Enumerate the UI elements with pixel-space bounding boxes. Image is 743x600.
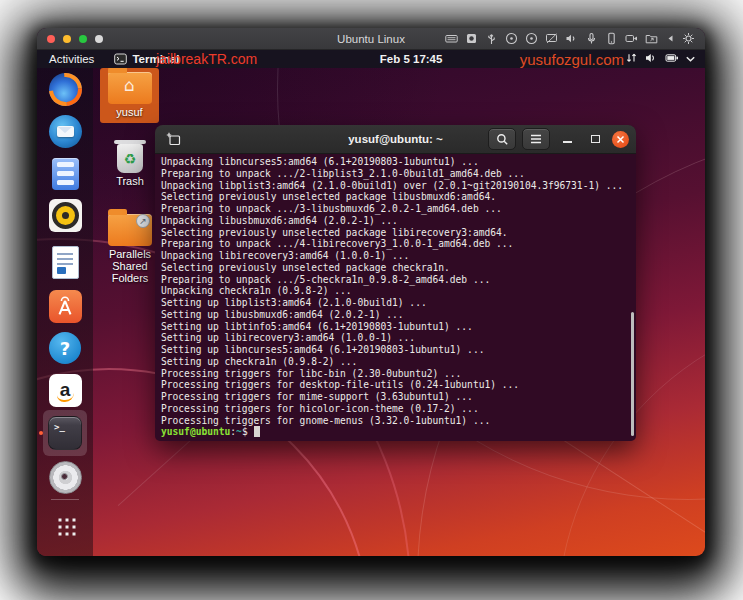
activities-button[interactable]: Activities — [37, 53, 106, 65]
volume-icon — [645, 52, 658, 66]
video-camera-icon[interactable] — [625, 32, 638, 45]
collapse-arrow-icon[interactable] — [665, 32, 675, 45]
amazon-icon: a — [49, 374, 82, 407]
chevron-down-icon — [686, 53, 695, 65]
cd-drive-2-icon[interactable] — [525, 32, 538, 45]
dock-item-show-applications[interactable] — [48, 508, 82, 542]
new-tab-icon — [166, 132, 181, 146]
terminal-output-line: Preparing to unpack .../4-libirecovery3_… — [161, 238, 632, 250]
menu-button[interactable] — [522, 128, 550, 150]
dock-item-terminal[interactable]: >_ — [48, 416, 82, 450]
terminal-output[interactable]: Unpacking libncurses5:amd64 (6.1+2019080… — [155, 154, 636, 441]
terminal-output-line: Processing triggers for mime-support (3.… — [161, 391, 632, 403]
dock-item-rhythmbox[interactable] — [48, 198, 82, 232]
terminal-output-line: Unpacking libncurses5:amd64 (6.1+2019080… — [161, 156, 632, 168]
firefox-icon — [49, 73, 82, 106]
desktop-icon-home-folder[interactable]: ⌂ yusuf — [100, 68, 159, 123]
terminal-output-line: Processing triggers for gnome-menus (3.3… — [161, 415, 632, 427]
desktop-icon-trash[interactable]: ♻ Trash — [101, 140, 159, 187]
terminal-title: yusuf@ubuntu: ~ — [348, 133, 443, 145]
new-tab-button[interactable] — [162, 129, 184, 149]
terminal-output-line: Processing triggers for desktop-file-uti… — [161, 379, 632, 391]
fullscreen-traffic-button[interactable] — [95, 35, 103, 43]
close-icon — [616, 135, 625, 144]
dock-item-help[interactable]: ? — [48, 331, 82, 365]
terminal-output-line: Preparing to unpack .../2-libplist3_2.1.… — [161, 168, 632, 180]
cd-disc-icon — [49, 461, 82, 494]
dock-item-libreoffice-writer[interactable] — [48, 245, 82, 279]
terminal-titlebar[interactable]: yusuf@ubuntu: ~ — [155, 125, 636, 154]
terminal-output-line: Setting up checkra1n (0.9.8-2) ... — [161, 356, 632, 368]
desktop-icon-label: Trash — [116, 175, 144, 187]
terminal-output-line: Preparing to unpack .../5-checkra1n_0.9.… — [161, 274, 632, 286]
network-adapter-icon[interactable] — [545, 32, 558, 45]
terminal-header-buttons — [488, 128, 629, 150]
cpu-icon[interactable] — [465, 32, 478, 45]
usb-icon[interactable] — [485, 32, 498, 45]
app-grid-icon — [55, 515, 76, 536]
maximize-icon — [591, 135, 600, 143]
terminal-prompt-line: yusuf@ubuntu:~$ — [161, 426, 632, 438]
terminal-cursor — [254, 426, 260, 437]
terminal-output-line: Unpacking libplist3:amd64 (2.1.0-0build1… — [161, 180, 632, 192]
watermark-left: jailbreakTR.com — [156, 51, 257, 67]
running-indicator-dot — [39, 431, 43, 435]
mobile-device-icon[interactable] — [605, 32, 618, 45]
terminal-output-line: Unpacking checkra1n (0.9.8-2) ... — [161, 285, 632, 297]
thunderbird-icon — [49, 115, 82, 148]
dock-item-amazon[interactable]: a — [48, 373, 82, 407]
dock-item-ubuntu-software[interactable] — [48, 289, 82, 323]
zoom-traffic-button[interactable] — [79, 35, 87, 43]
shared-folder-shortcut-icon: ↗ — [108, 214, 152, 246]
dock-item-files[interactable] — [48, 157, 82, 191]
minimize-icon — [563, 141, 572, 143]
desktop[interactable]: ? a >_ ⌂ yusuf ♻ Trash ↗ Parallels Share… — [37, 68, 705, 556]
sound-icon[interactable] — [565, 32, 578, 45]
terminal-output-lines: Unpacking libncurses5:amd64 (6.1+2019080… — [161, 156, 632, 426]
terminal-window: yusuf@ubuntu: ~ Unpacking libncur — [155, 125, 636, 441]
terminal-app-icon: >_ — [48, 416, 82, 450]
terminal-output-line: Processing triggers for hicolor-icon-the… — [161, 403, 632, 415]
minimize-button[interactable] — [556, 129, 578, 149]
terminal-output-line: Selecting previously unselected package … — [161, 262, 632, 274]
desktop-icon-parallels-shared-folders[interactable]: ↗ Parallels Shared Folders — [101, 214, 159, 284]
dock-item-cd-disc[interactable] — [48, 460, 82, 494]
terminal-output-line: Setting up libplist3:amd64 (2.1.0-0build… — [161, 297, 632, 309]
terminal-scrollbar[interactable] — [631, 312, 635, 436]
trash-icon: ♻ — [117, 144, 143, 173]
macos-titlebar[interactable]: Ubuntu Linux — [37, 28, 705, 50]
gnome-topbar: Activities Terminal jailbreakTR.com Feb … — [37, 50, 705, 68]
shortcut-arrow-badge: ↗ — [136, 214, 150, 228]
microphone-icon[interactable] — [585, 32, 598, 45]
desktop-icon-label: Parallels Shared Folders — [101, 248, 159, 284]
system-tray[interactable]: yusufozgul.com — [520, 51, 705, 68]
dock-divider — [51, 499, 79, 500]
keyboard-icon[interactable] — [445, 32, 458, 45]
document-icon — [52, 246, 79, 279]
close-traffic-button[interactable] — [47, 35, 55, 43]
minimize-traffic-button[interactable] — [63, 35, 71, 43]
cd-drive-icon[interactable] — [505, 32, 518, 45]
terminal-output-line: Selecting previously unselected package … — [161, 227, 632, 239]
file-cabinet-icon — [52, 158, 79, 190]
prompt-user-host: yusuf@ubuntu — [161, 426, 230, 437]
terminal-output-line: Setting up libirecovery3:amd64 (1.0.0-1)… — [161, 332, 632, 344]
terminal-output-line: Selecting previously unselected package … — [161, 191, 632, 203]
help-icon: ? — [49, 332, 81, 364]
hamburger-menu-icon — [530, 134, 542, 144]
terminal-output-line: Processing triggers for libc-bin (2.30-0… — [161, 368, 632, 380]
shared-folder-icon[interactable] — [645, 32, 658, 45]
maximize-button[interactable] — [584, 129, 606, 149]
terminal-output-line: Setting up libusbmuxd6:amd64 (2.0.2-1) .… — [161, 309, 632, 321]
close-button[interactable] — [612, 131, 629, 148]
terminal-output-line: Setting up libncurses5:amd64 (6.1+201908… — [161, 344, 632, 356]
settings-gear-icon[interactable] — [682, 32, 695, 45]
terminal-output-line: Preparing to unpack .../3-libusbmuxd6_2.… — [161, 203, 632, 215]
traffic-lights — [47, 35, 103, 43]
terminal-output-line: Setting up libtinfo5:amd64 (6.1+20190803… — [161, 321, 632, 333]
dock-item-thunderbird[interactable] — [48, 114, 82, 148]
dock-item-firefox[interactable] — [48, 72, 82, 106]
search-button[interactable] — [488, 128, 516, 150]
desktop-icon-label: yusuf — [116, 106, 142, 118]
clock[interactable]: Feb 5 17:45 — [380, 53, 443, 65]
